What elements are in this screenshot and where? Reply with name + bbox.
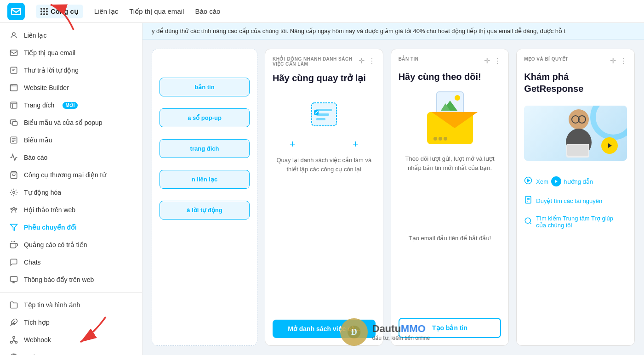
form-icon (9, 135, 18, 145)
card-quickstart-title: Hãy cùng quay trở lại (273, 72, 376, 84)
card-newsletter-header: BẢN TIN ✛ ⋮ (399, 56, 502, 65)
sidebar-item-ecommerce-label: Công cụ thương mại điện tử (24, 171, 106, 179)
cards-container: bản tin a sổ pop-up trang đích n liên lạ… (142, 39, 644, 355)
svg-rect-6 (11, 102, 17, 108)
sidebar-item-webinar[interactable]: Hội thảo trên web (0, 201, 142, 219)
envelope-image-card (436, 91, 464, 114)
sidebar-item-web-connect[interactable]: Web Connect (0, 349, 142, 355)
timer-icon (9, 66, 18, 75)
sidebar-item-webhook[interactable]: Webhook (0, 331, 142, 349)
sidebar-item-funnel[interactable]: Phễu chuyển đổi (0, 219, 142, 236)
envelope-flap (432, 112, 478, 128)
tips-link-resources-label: Duyệt tìm các tài nguyên (536, 197, 602, 204)
sidebar-item-lien-lac[interactable]: Liên lạc (0, 27, 142, 44)
form-popup-icon (9, 118, 18, 127)
card-tips-title: Khám phá GetResponse (524, 71, 627, 95)
sidebar-item-integrations[interactable]: Tích hợp (0, 314, 142, 331)
svg-point-2 (12, 33, 15, 35)
card-newsletter-btn[interactable]: Tạo bản tin (399, 318, 502, 338)
sidebar-item-chats-label: Chats (24, 259, 41, 266)
play-button[interactable] (601, 137, 618, 154)
card-tips-header: MẸO VÀ BÍ QUYẾT ✛ ⋮ (524, 56, 627, 65)
sidebar-item-push-label: Thông báo đẩy trên web (24, 276, 94, 283)
create-landing-btn[interactable]: trang đích (160, 139, 250, 158)
svg-point-13 (11, 208, 12, 209)
create-autoresponder-btn[interactable]: à lời tự động (160, 201, 250, 220)
card-partial-left: bản tin a sổ pop-up trang đích n liên lạ… (152, 49, 257, 346)
sidebar-divider (0, 292, 142, 293)
card-newsletter-text1: Theo dõi lượt gửi, lượt mở và lượt nhấp … (399, 154, 502, 231)
sidebar-item-website-builder[interactable]: Website Builder (0, 79, 142, 96)
webinar-icon (9, 205, 18, 214)
nav-item-email[interactable]: Tiếp thị qua email (129, 6, 184, 17)
sidebar-item-autoresponder[interactable]: Thư trả lời tự động (0, 62, 142, 79)
card-newsletter-move[interactable]: ✛ (484, 56, 490, 65)
nav-item-bao-cao[interactable]: Báo cáo (195, 6, 220, 17)
card-tips-actions: ✛ ⋮ (610, 56, 627, 65)
card-newsletter-actions: ✛ ⋮ (484, 56, 501, 65)
sidebar-item-bao-cao[interactable]: Báo cáo (0, 149, 142, 166)
gear-icon (9, 188, 18, 197)
sidebar-item-ads[interactable]: Quảng cáo có trả tiền (0, 236, 142, 254)
content-area: y để dùng thử các tính năng cao cấp của … (142, 23, 644, 355)
import-contacts-btn[interactable]: n liên lạc (160, 170, 250, 189)
tools-menu-button[interactable]: Công cụ (36, 5, 83, 18)
card-quickstart-menu[interactable]: ⋮ (368, 56, 376, 65)
banner-text: y để dùng thử các tính năng cao cấp của … (152, 28, 565, 34)
card-quickstart: KHỞI ĐỘNG NHANH DANH SÁCHVIỆC CẦN LÀM ✛ … (265, 49, 383, 346)
card-tips-illustration (524, 106, 627, 161)
card-quickstart-btn[interactable]: Mở danh sách việc cà... (273, 320, 376, 338)
plugin-icon (9, 318, 18, 327)
svg-point-22 (11, 341, 13, 344)
card-newsletter-menu[interactable]: ⋮ (494, 56, 501, 65)
sidebar-item-files[interactable]: Tệp tin và hình ảnh (0, 296, 142, 314)
create-newsletter-btn[interactable]: bản tin (160, 78, 250, 96)
svg-rect-37 (567, 145, 588, 156)
play-circle-icon (524, 176, 532, 186)
sidebar-item-website-builder-label: Website Builder (24, 84, 69, 91)
sidebar-item-automation[interactable]: Tự động hóa (0, 184, 142, 201)
card-tips-tag: MẸO VÀ BÍ QUYẾT (524, 56, 568, 62)
sidebar-item-form-popup[interactable]: Biểu mẫu và cửa sổ popup (0, 114, 142, 131)
landing-icon (9, 101, 18, 110)
website-icon (9, 83, 18, 92)
tips-link-guide[interactable]: Xem hướng dẫn (524, 176, 627, 186)
card-quickstart-tag: KHỞI ĐỘNG NHANH DANH SÁCHVIỆC CẦN LÀM (273, 56, 352, 67)
tools-label: Công cụ (51, 7, 79, 16)
card-newsletter-text2: Tạo email đầu tiên để bắt đầu! (399, 234, 502, 310)
sidebar-item-ecommerce[interactable]: Công cụ thương mại điện tử (0, 166, 142, 184)
card-quickstart-actions: ✛ ⋮ (359, 56, 376, 65)
card-newsletter: BẢN TIN ✛ ⋮ Hãy cùng theo dõi! (391, 49, 509, 346)
svg-point-49 (525, 218, 531, 223)
sidebar-item-form[interactable]: Biểu mẫu (0, 131, 142, 149)
tips-link-help[interactable]: Tìm kiếm Trung tâm Trợ giúpcủa chúng tôi (524, 215, 627, 229)
svg-rect-32 (316, 118, 325, 120)
sidebar-item-form-label: Biểu mẫu (24, 136, 52, 144)
sidebar-item-integrations-label: Tích hợp (24, 319, 50, 326)
sidebar-item-chats[interactable]: Chats (0, 254, 142, 271)
tips-link-help-label: Tìm kiếm Trung tâm Trợ giúpcủa chúng tôi (536, 215, 613, 229)
ads-icon (9, 240, 18, 249)
app-logo[interactable] (7, 3, 25, 20)
upgrade-banner[interactable]: y để dùng thử các tính năng cao cấp của … (142, 23, 644, 39)
svg-rect-5 (11, 85, 17, 91)
sidebar-item-funnel-label: Phễu chuyển đổi (24, 224, 77, 231)
card-quickstart-move[interactable]: ✛ (359, 56, 365, 65)
card-tips-links: Xem hướng dẫn Duyệt tìm các tài nguyên (524, 174, 627, 231)
sidebar-item-webhook-label: Webhook (24, 336, 51, 344)
create-popup-btn[interactable]: a sổ pop-up (160, 108, 250, 127)
sidebar-item-email[interactable]: Tiếp thị qua email (0, 44, 142, 62)
nav-item-lien-lac[interactable]: Liên lạc (94, 6, 118, 17)
sidebar-item-push[interactable]: Thông báo đẩy trên web (0, 271, 142, 288)
sidebar-item-ads-label: Quảng cáo có trả tiền (24, 241, 87, 248)
svg-point-21 (13, 337, 15, 339)
sidebar-item-landing-page[interactable]: Trang đích MỚI (0, 96, 142, 114)
svg-point-11 (13, 192, 15, 194)
sidebar-item-webinar-label: Hội thảo trên web (24, 206, 75, 214)
card-newsletter-title: Hãy cùng theo dõi! (399, 71, 502, 83)
tips-link-resources[interactable]: Duyệt tìm các tài nguyên (524, 196, 627, 206)
card-tips-menu[interactable]: ⋮ (620, 56, 627, 65)
sidebar-item-lien-lac-label: Liên lạc (24, 32, 46, 39)
card-tips-move[interactable]: ✛ (610, 56, 616, 65)
svg-rect-1 (11, 8, 21, 15)
